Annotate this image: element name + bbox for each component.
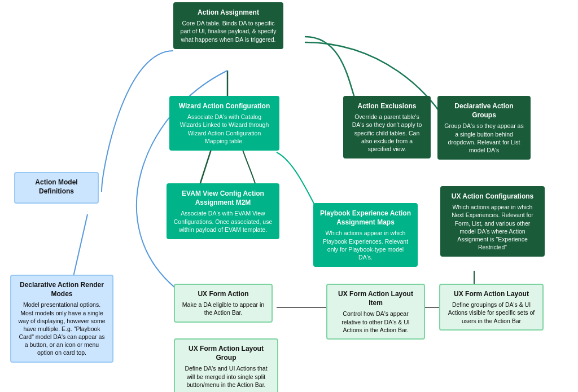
playbook-experience-body: Which actions appear in which Playbook E… bbox=[320, 229, 411, 261]
action-assignment-node: Action Assignment Core DA table. Binds D… bbox=[173, 2, 283, 49]
action-exclusions-body: Override a parent table's DA's so they d… bbox=[350, 113, 424, 153]
ux-form-action-layout-item-title: UX Form Action Layout Item bbox=[333, 289, 418, 307]
action-exclusions-title: Action Exclusions bbox=[350, 102, 424, 111]
ux-action-configurations-title: UX Action Configurations bbox=[447, 192, 538, 201]
ux-form-action-title: UX Form Action bbox=[181, 289, 266, 298]
wizard-action-title: Wizard Action Configuration bbox=[176, 102, 273, 111]
playbook-experience-title: Playbook Experience Action Assignment Ma… bbox=[320, 209, 411, 227]
action-assignment-title: Action Assignment bbox=[180, 8, 277, 17]
ux-form-action-body: Make a DA eligible to appear in the Acti… bbox=[181, 301, 266, 316]
action-exclusions-node: Action Exclusions Override a parent tabl… bbox=[343, 96, 431, 158]
ux-action-configurations-body: Which actions appear in which Next Exper… bbox=[447, 203, 538, 251]
evam-view-body: Associate DA's with EVAM View Configurat… bbox=[173, 209, 273, 234]
action-model-definitions-node: Action Model Definitions bbox=[14, 172, 99, 204]
ux-form-action-layout-item-body: Control how DA's appear relative to othe… bbox=[333, 310, 418, 334]
evam-view-title: EVAM View Config Action Assignment M2M bbox=[173, 189, 273, 207]
ux-form-action-layout-group-body: Define DA's and UI Actions that will be … bbox=[181, 364, 272, 389]
ux-form-action-layout-item-node: UX Form Action Layout Item Control how D… bbox=[326, 284, 425, 340]
declarative-action-render-modes-body: Model presentational options. Most model… bbox=[17, 301, 107, 356]
action-assignment-body: Core DA table. Binds DA to specific part… bbox=[180, 19, 277, 43]
svg-line-3 bbox=[73, 214, 87, 276]
wizard-action-node: Wizard Action Configuration Associate DA… bbox=[169, 96, 279, 151]
wizard-action-body: Associate DA's with Catalog Wizards Link… bbox=[176, 113, 273, 145]
ux-form-action-layout-body: Define groupings of DA's & UI Actions vi… bbox=[446, 301, 537, 325]
ux-form-action-layout-group-title: UX Form Action Layout Group bbox=[181, 344, 272, 362]
ux-form-action-node: UX Form Action Make a DA eligible to app… bbox=[174, 284, 273, 323]
playbook-experience-node: Playbook Experience Action Assignment Ma… bbox=[313, 203, 418, 267]
action-model-definitions-title: Action Model Definitions bbox=[21, 178, 92, 196]
evam-view-node: EVAM View Config Action Assignment M2M A… bbox=[167, 183, 279, 239]
ux-action-configurations-node: UX Action Configurations Which actions a… bbox=[440, 186, 545, 257]
ux-form-action-layout-node: UX Form Action Layout Define groupings o… bbox=[439, 284, 544, 331]
declarative-action-groups-node: Declarative Action Groups Group DA's so … bbox=[437, 96, 531, 160]
ux-form-action-layout-title: UX Form Action Layout bbox=[446, 289, 537, 298]
declarative-action-render-modes-node: Declarative Action Render Modes Model pr… bbox=[10, 275, 113, 363]
ux-form-action-layout-group-node: UX Form Action Layout Group Define DA's … bbox=[174, 338, 278, 392]
declarative-action-groups-body: Group DA's so they appear as a single bu… bbox=[444, 122, 524, 154]
declarative-action-groups-title: Declarative Action Groups bbox=[444, 102, 524, 120]
declarative-action-render-modes-title: Declarative Action Render Modes bbox=[17, 280, 107, 298]
diagram-container: Action Assignment Core DA table. Binds D… bbox=[0, 0, 578, 392]
